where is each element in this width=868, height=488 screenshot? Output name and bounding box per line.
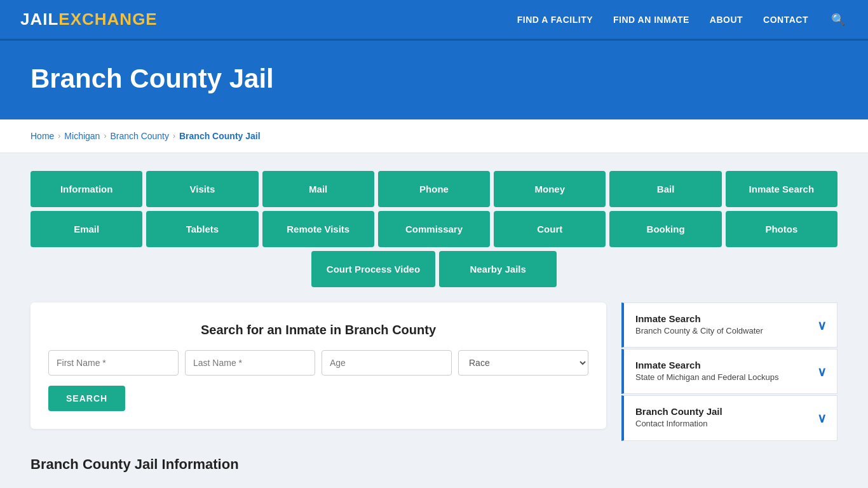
btn-nearby-jails[interactable]: Nearby Jails [439, 251, 557, 287]
search-inputs: Race White Black Hispanic Asian Other [48, 350, 588, 376]
breadcrumb-michigan[interactable]: Michigan [64, 131, 100, 141]
btn-commissary[interactable]: Commissary [378, 211, 490, 247]
first-name-input[interactable] [48, 350, 179, 376]
sidebar-item-contact-info[interactable]: Branch County Jail Contact Information ∨ [621, 395, 837, 440]
btn-remote-visits[interactable]: Remote Visits [262, 211, 374, 247]
sidebar-item-title-0: Inmate Search [635, 313, 763, 324]
section-heading: Branch County Jail Information [31, 456, 837, 473]
page-title: Branch County Jail [31, 64, 837, 94]
race-select[interactable]: Race White Black Hispanic Asian Other [458, 350, 588, 376]
breadcrumb-sep-1: › [58, 132, 60, 140]
button-grid-row1: Information Visits Mail Phone Money Bail… [31, 171, 837, 207]
lower-section: Search for an Inmate in Branch County Ra… [31, 302, 837, 441]
breadcrumb-sep-2: › [104, 132, 106, 140]
breadcrumb: Home › Michigan › Branch County › Branch… [0, 119, 868, 153]
button-grid-row2: Email Tablets Remote Visits Commissary C… [31, 211, 837, 247]
nav-contact[interactable]: CONTACT [763, 15, 808, 25]
btn-mail[interactable]: Mail [262, 171, 374, 207]
logo-exchange: EXCHANGE [58, 10, 157, 29]
sidebar-item-sub-0: Branch County & City of Coldwater [635, 325, 763, 337]
nav-about[interactable]: ABOUT [710, 15, 743, 25]
logo-jail: JAIL [20, 10, 58, 29]
btn-bail[interactable]: Bail [609, 171, 721, 207]
search-icon-button[interactable]: 🔍 [829, 10, 848, 29]
sidebar-item-sub-1: State of Michigan and Federal Lockups [635, 372, 778, 383]
main-area: Information Visits Mail Phone Money Bail… [0, 153, 868, 488]
nav-find-facility[interactable]: FIND A FACILITY [517, 15, 593, 25]
breadcrumb-sep-3: › [173, 132, 175, 140]
btn-tablets[interactable]: Tablets [146, 211, 258, 247]
btn-phone[interactable]: Phone [378, 171, 490, 207]
sidebar-item-sub-2: Contact Information [635, 418, 722, 430]
age-input[interactable] [322, 350, 452, 376]
navbar-links: FIND A FACILITY FIND AN INMATE ABOUT CON… [517, 10, 848, 29]
sidebar-item-title-1: Inmate Search [635, 360, 778, 370]
btn-court[interactable]: Court [494, 211, 606, 247]
btn-court-process-video[interactable]: Court Process Video [311, 251, 435, 287]
breadcrumb-branch-county[interactable]: Branch County [110, 131, 169, 141]
hero-section: Branch County Jail [0, 41, 868, 119]
chevron-down-icon-0: ∨ [817, 318, 827, 333]
navbar: JAIL EXCHANGE FIND A FACILITY FIND AN IN… [0, 0, 868, 41]
breadcrumb-current: Branch County Jail [179, 131, 261, 141]
logo[interactable]: JAIL EXCHANGE [20, 10, 158, 29]
breadcrumb-home[interactable]: Home [31, 131, 54, 141]
btn-email[interactable]: Email [31, 211, 142, 247]
btn-money[interactable]: Money [494, 171, 606, 207]
btn-information[interactable]: Information [31, 171, 142, 207]
button-grid-row3: Court Process Video Nearby Jails [31, 251, 837, 287]
sidebar-item-inmate-search-state[interactable]: Inmate Search State of Michigan and Fede… [621, 349, 837, 394]
sidebar-item-inmate-search-local[interactable]: Inmate Search Branch County & City of Co… [621, 302, 837, 348]
search-form-title: Search for an Inmate in Branch County [48, 323, 588, 337]
btn-booking[interactable]: Booking [609, 211, 721, 247]
nav-find-inmate[interactable]: FIND AN INMATE [613, 15, 689, 25]
sidebar-item-title-2: Branch County Jail [635, 406, 722, 417]
chevron-down-icon-2: ∨ [817, 410, 827, 426]
btn-photos[interactable]: Photos [726, 211, 837, 247]
chevron-down-icon-1: ∨ [817, 364, 827, 379]
btn-visits[interactable]: Visits [146, 171, 258, 207]
btn-inmate-search[interactable]: Inmate Search [726, 171, 837, 207]
sidebar: Inmate Search Branch County & City of Co… [621, 302, 837, 441]
search-button[interactable]: SEARCH [48, 386, 125, 411]
last-name-input[interactable] [185, 350, 315, 376]
search-form-card: Search for an Inmate in Branch County Ra… [31, 302, 606, 429]
